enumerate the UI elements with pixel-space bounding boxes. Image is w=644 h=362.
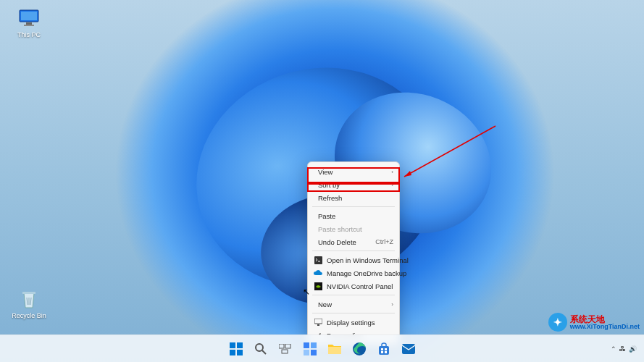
svg-rect-8: [317, 324, 319, 326]
mail-icon: [402, 344, 415, 354]
svg-rect-17: [279, 344, 284, 348]
search-icon: [254, 342, 267, 355]
menu-item-nvidia-panel[interactable]: NVIDIA Control Panel: [308, 279, 399, 292]
watermark: ✦ 系统天地 www.XiTongTianDi.net: [548, 313, 640, 332]
nvidia-icon: [314, 282, 322, 290]
mouse-cursor-icon: ↖: [303, 287, 310, 297]
desktop-icon-label: This PC: [17, 31, 41, 38]
svg-rect-24: [328, 347, 341, 354]
start-icon: [230, 342, 243, 355]
svg-rect-12: [237, 342, 243, 348]
widgets-icon: [304, 342, 317, 355]
menu-separator: [312, 206, 395, 207]
svg-rect-18: [285, 344, 290, 348]
edge-button[interactable]: [349, 339, 369, 359]
start-button[interactable]: [226, 339, 246, 359]
search-button[interactable]: [251, 339, 271, 359]
svg-line-16: [262, 350, 266, 354]
menu-item-paste[interactable]: Paste: [308, 209, 399, 222]
menu-item-onedrive-backup[interactable]: Manage OneDrive backup: [308, 266, 399, 279]
store-button[interactable]: [374, 339, 394, 359]
chevron-up-icon[interactable]: ⌃: [611, 345, 616, 353]
svg-rect-11: [230, 342, 235, 348]
svg-rect-13: [230, 350, 235, 355]
desktop-icon-this-pc[interactable]: This PC: [7, 7, 51, 38]
menu-item-view[interactable]: View›: [308, 165, 399, 178]
svg-rect-7: [314, 319, 322, 324]
svg-rect-2: [26, 22, 32, 25]
display-icon: [314, 318, 322, 327]
desktop-icon-label: Recycle Bin: [12, 312, 46, 319]
menu-item-open-terminal[interactable]: Open in Windows Terminal: [308, 253, 399, 266]
network-icon[interactable]: 🖧: [619, 345, 626, 353]
monitor-icon: [17, 7, 41, 29]
menu-item-display-settings[interactable]: Display settings: [308, 316, 399, 329]
svg-rect-21: [311, 342, 317, 348]
svg-rect-26: [379, 346, 389, 355]
menu-item-sort-by[interactable]: Sort by›: [308, 178, 399, 191]
svg-rect-28: [385, 348, 387, 350]
svg-rect-20: [304, 342, 309, 348]
menu-separator: [312, 313, 395, 313]
watermark-title: 系统天地: [570, 315, 640, 324]
menu-item-undo-delete[interactable]: Undo DeleteCtrl+Z: [308, 235, 399, 248]
task-view-button[interactable]: [275, 339, 296, 359]
svg-rect-3: [24, 25, 34, 26]
svg-rect-4: [22, 292, 35, 294]
svg-rect-31: [402, 344, 415, 354]
volume-icon[interactable]: 🔊: [629, 345, 637, 353]
svg-rect-19: [282, 350, 288, 353]
chevron-right-icon: ›: [391, 169, 393, 175]
edge-icon: [353, 342, 366, 355]
task-view-icon: [279, 344, 292, 354]
svg-rect-29: [381, 351, 383, 353]
watermark-url: www.XiTongTianDi.net: [570, 324, 640, 330]
menu-separator: [312, 251, 395, 251]
watermark-badge-icon: ✦: [548, 313, 567, 332]
chevron-right-icon: ›: [391, 182, 393, 188]
menu-item-paste-shortcut: Paste shortcut: [308, 222, 399, 235]
widgets-button[interactable]: [300, 339, 320, 359]
mail-button[interactable]: [398, 339, 419, 359]
desktop-icon-recycle-bin[interactable]: Recycle Bin: [7, 288, 51, 319]
terminal-icon: [314, 256, 322, 264]
svg-point-15: [256, 344, 263, 351]
menu-item-new[interactable]: New›: [308, 298, 399, 311]
svg-rect-1: [21, 12, 37, 20]
chevron-right-icon: ›: [391, 301, 393, 308]
svg-rect-23: [311, 350, 317, 355]
desktop-context-menu: View› Sort by› Refresh Paste Paste short…: [307, 161, 400, 345]
onedrive-icon: [314, 269, 322, 277]
menu-separator: [312, 295, 395, 295]
svg-rect-30: [385, 351, 387, 353]
shortcut-text: Ctrl+Z: [375, 238, 393, 245]
svg-rect-27: [381, 348, 383, 350]
system-tray[interactable]: ⌃ 🖧 🔊: [611, 345, 637, 353]
file-explorer-icon: [328, 343, 341, 354]
recycle-bin-icon: [17, 288, 41, 310]
svg-rect-22: [304, 350, 309, 355]
taskbar: ⌃ 🖧 🔊: [0, 334, 644, 362]
file-explorer-button[interactable]: [325, 339, 345, 359]
store-icon: [377, 342, 390, 355]
menu-item-refresh[interactable]: Refresh: [308, 191, 399, 204]
svg-rect-14: [237, 350, 243, 355]
svg-rect-5: [314, 256, 322, 264]
